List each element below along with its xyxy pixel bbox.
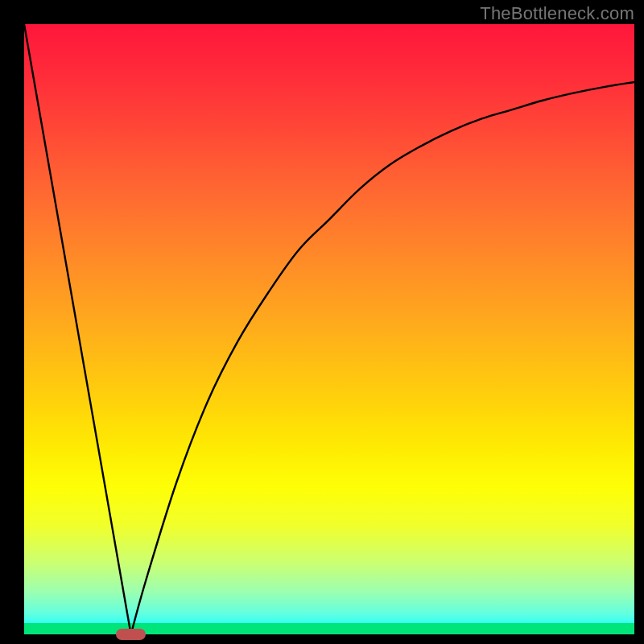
optimal-marker bbox=[116, 629, 145, 640]
left-line bbox=[24, 24, 131, 634]
watermark-text: TheBottleneck.com bbox=[480, 3, 634, 24]
curves-layer bbox=[24, 24, 634, 634]
right-curve bbox=[131, 82, 634, 634]
chart-frame: TheBottleneck.com bbox=[0, 0, 644, 644]
plot-area bbox=[24, 24, 634, 634]
